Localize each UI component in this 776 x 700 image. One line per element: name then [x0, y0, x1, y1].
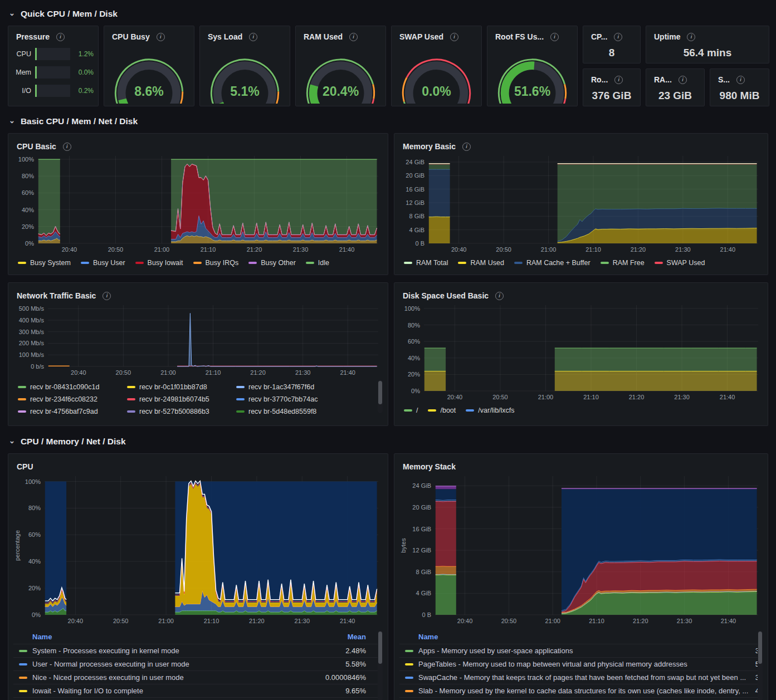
info-icon[interactable]: i	[157, 33, 165, 41]
svg-text:21:20: 21:20	[633, 618, 648, 624]
column-header-name[interactable]: Name	[13, 633, 348, 641]
info-icon[interactable]: i	[495, 292, 504, 300]
svg-text:21:40: 21:40	[720, 246, 736, 253]
panel-title: Ro...	[591, 75, 608, 84]
legend-item[interactable]: /boot	[428, 407, 456, 414]
chevron-down-icon: ⌄	[9, 116, 15, 125]
legend-series-color	[236, 410, 245, 413]
panel-title-row: Pressure i	[13, 28, 94, 42]
legend-series-color	[236, 386, 245, 388]
svg-text:21:00: 21:00	[154, 246, 170, 253]
pressure-bar	[35, 48, 70, 60]
legend-table-row[interactable]: Iowait - Waiting for I/O to complete9.65…	[13, 684, 383, 697]
svg-text:21:00: 21:00	[538, 394, 554, 400]
legend-series-color	[18, 386, 26, 388]
info-icon[interactable]: i	[462, 143, 471, 151]
legend-item[interactable]: recv br-3770c7bb74ac	[236, 395, 348, 403]
legend-item[interactable]: Busy IRQs	[193, 259, 239, 267]
series-mean: 2.48%	[345, 647, 383, 655]
info-icon[interactable]: i	[614, 76, 623, 84]
legend-item[interactable]: recv br-08431c090c1d	[18, 383, 127, 391]
svg-text:40%: 40%	[22, 207, 34, 213]
svg-text:0 B: 0 B	[422, 611, 431, 618]
scrollbar-thumb[interactable]	[378, 632, 382, 664]
section-header-basic[interactable]: ⌄ Basic CPU / Mem / Net / Disk	[9, 113, 769, 130]
info-icon[interactable]: i	[249, 33, 257, 41]
legend-item[interactable]: RAM Cache + Buffer	[514, 259, 590, 267]
legend-label: recv br-234f6cc08232	[30, 395, 97, 403]
legend-item[interactable]: /	[404, 407, 418, 414]
legend-item[interactable]: recv br-5d48ed8559f8	[236, 408, 348, 415]
legend-item[interactable]: RAM Used	[458, 259, 504, 267]
legend-item[interactable]: Busy System	[18, 259, 71, 267]
svg-text:20:50: 20:50	[116, 369, 131, 376]
gauge-value: 0.0%	[392, 84, 481, 99]
legend-table-header: Name	[399, 629, 763, 644]
legend-item[interactable]: Busy Iowait	[135, 259, 183, 267]
legend-item[interactable]: recv br-24981b6074b5	[127, 395, 236, 403]
panel-rootfs-total: Ro...i 376 GiB	[583, 68, 641, 106]
svg-text:80%: 80%	[28, 505, 41, 511]
scrollbar-thumb[interactable]	[378, 381, 382, 404]
legend-series-color	[18, 398, 26, 400]
info-icon[interactable]: i	[450, 33, 458, 41]
info-icon[interactable]: i	[63, 143, 71, 151]
legend-table-row[interactable]: PageTables - Memory used to map between …	[399, 657, 763, 670]
pressure-value: 0.2%	[70, 87, 94, 95]
legend-table-row[interactable]: Slab - Memory used by the kernel to cach…	[399, 684, 763, 697]
disk-space-used-basic-plot[interactable]: 0%20%40%60%80%100%20:4020:5021:0021:1021…	[399, 301, 763, 402]
info-icon[interactable]: i	[56, 33, 65, 41]
section-header-quick[interactable]: ⌄ Quick CPU / Mem / Disk	[9, 6, 769, 22]
vertical-scrollbar[interactable]	[378, 380, 383, 413]
vertical-scrollbar[interactable]	[758, 630, 763, 700]
info-icon[interactable]: i	[550, 33, 559, 41]
legend-label: recv br-08431c090c1d	[30, 383, 99, 391]
legend-item[interactable]: recv br-0c1f01bb87d8	[127, 383, 236, 391]
legend-table-row[interactable]: Nice - Niced processes executing in user…	[13, 670, 383, 684]
legend-item[interactable]: recv br-234f6cc08232	[18, 395, 127, 403]
svg-text:12 GiB: 12 GiB	[406, 199, 424, 206]
legend-item[interactable]: recv br-4756baf7c9ad	[18, 408, 127, 415]
legend-item[interactable]: Busy User	[81, 259, 125, 267]
info-icon[interactable]: i	[614, 33, 622, 41]
legend-table-row[interactable]: Irq - Servicing interrupts0%	[13, 697, 383, 700]
legend-item[interactable]: recv br-1ac347f67f6d	[236, 383, 348, 391]
scrollbar-thumb[interactable]	[758, 632, 762, 664]
info-icon[interactable]: i	[103, 292, 111, 300]
section-title: Quick CPU / Mem / Disk	[21, 9, 118, 19]
column-header-name[interactable]: Name	[399, 633, 753, 641]
memory-basic-legend: RAM TotalRAM UsedRAM Cache + BufferRAM F…	[399, 257, 763, 267]
series-name: Nice - Niced processes executing in user…	[32, 673, 325, 682]
legend-item[interactable]: recv br-527b500886b3	[127, 408, 236, 415]
legend-table-row[interactable]: SwapCache - Memory that keeps track of p…	[399, 670, 763, 684]
svg-text:100%: 100%	[18, 156, 34, 163]
panel-title: Disk Space Used Basic	[403, 291, 489, 300]
legend-item[interactable]: /var/lib/lxcfs	[466, 407, 514, 414]
svg-text:20 GiB: 20 GiB	[412, 504, 431, 511]
legend-item[interactable]: RAM Total	[404, 259, 448, 267]
info-icon[interactable]: i	[687, 33, 695, 41]
svg-text:60%: 60%	[28, 531, 41, 538]
legend-item[interactable]: Idle	[306, 259, 329, 267]
info-icon[interactable]: i	[736, 76, 745, 84]
info-icon[interactable]: i	[679, 76, 687, 84]
legend-table-row[interactable]: User - Normal processes executing in use…	[13, 657, 383, 670]
network-traffic-basic-plot[interactable]: 0 b/s100 Mb/s200 Mb/s300 Mb/s400 Mb/s500…	[13, 301, 383, 378]
legend-table-row[interactable]: System - Processes executing in kernel m…	[13, 644, 383, 657]
svg-text:21:20: 21:20	[249, 618, 265, 624]
section-header-cpu-memory[interactable]: ⌄ CPU / Memory / Net / Disk	[9, 433, 769, 450]
info-icon[interactable]: i	[349, 33, 358, 41]
svg-text:21:30: 21:30	[295, 618, 310, 624]
legend-label: RAM Total	[416, 259, 448, 267]
cpu-plot[interactable]: 0%20%40%60%80%100%20:4020:5021:0021:1021…	[13, 472, 383, 626]
memory-stack-plot[interactable]: 0 B4 GiB8 GiB12 GiB16 GiB20 GiB24 GiB20:…	[399, 472, 763, 626]
legend-table-row[interactable]: Apps - Memory used by user-space applica…	[399, 644, 763, 657]
legend-table-row[interactable]: Cache - Paged file data (file content) a…	[399, 697, 763, 700]
vertical-scrollbar[interactable]	[378, 630, 383, 700]
cpu-basic-plot[interactable]: 0%20%40%60%80%100%20:4020:5021:0021:1021…	[13, 151, 383, 254]
legend-item[interactable]: SWAP Used	[655, 259, 705, 267]
series-mean: 0.0000846%	[325, 673, 383, 682]
memory-basic-plot[interactable]: 0 B4 GiB8 GiB12 GiB16 GiB20 GiB24 GiB20:…	[399, 151, 763, 254]
legend-item[interactable]: RAM Free	[601, 259, 645, 267]
legend-item[interactable]: Busy Other	[248, 259, 296, 267]
